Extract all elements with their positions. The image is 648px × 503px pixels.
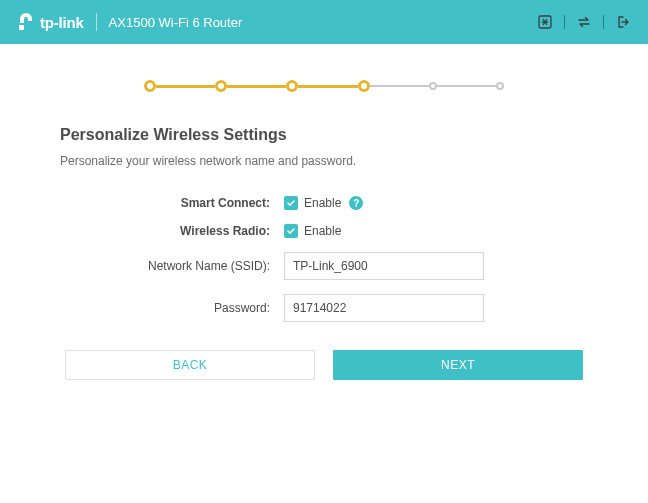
divider [603,15,604,29]
main-content: Personalize Wireless Settings Personaliz… [0,44,648,380]
step-line [156,85,215,88]
header-actions [536,13,632,31]
divider [564,15,565,29]
product-name: AX1500 Wi-Fi 6 Router [109,15,243,30]
logout-icon[interactable] [614,13,632,31]
smart-connect-checkbox[interactable] [284,196,298,210]
svg-rect-0 [19,25,24,30]
step-line [227,85,286,88]
password-input[interactable] [284,294,484,322]
password-label: Password: [74,301,284,315]
help-icon[interactable]: ? [349,196,363,210]
step-dot [496,82,504,90]
progress-stepper [144,80,504,92]
ssid-input[interactable] [284,252,484,280]
step-dot [215,80,227,92]
next-button[interactable]: NEXT [333,350,583,380]
smart-connect-label: Smart Connect: [74,196,284,210]
wireless-radio-row: Wireless Radio: Enable [74,224,588,238]
back-button[interactable]: BACK [65,350,315,380]
wireless-radio-label: Wireless Radio: [74,224,284,238]
password-row: Password: [74,294,588,322]
smart-connect-row: Smart Connect: Enable ? [74,196,588,210]
nav-buttons: BACK NEXT [60,350,588,380]
step-dot [429,82,437,90]
enable-label: Enable [304,196,341,210]
brand-logo: tp-link [16,12,84,32]
page-title: Personalize Wireless Settings [60,126,588,144]
divider [96,13,97,31]
step-line [298,85,357,88]
tplink-logo-icon [16,12,36,32]
swap-icon[interactable] [575,13,593,31]
app-header: tp-link AX1500 Wi-Fi 6 Router [0,0,648,44]
wireless-radio-checkbox[interactable] [284,224,298,238]
step-dot [144,80,156,92]
step-dot-current [358,80,370,92]
page-subtitle: Personalize your wireless network name a… [60,154,588,168]
step-dot [286,80,298,92]
step-line [370,85,429,87]
step-line [437,85,496,87]
ssid-row: Network Name (SSID): [74,252,588,280]
language-icon[interactable] [536,13,554,31]
wireless-form: Smart Connect: Enable ? Wireless Radio: … [74,196,588,322]
ssid-label: Network Name (SSID): [74,259,284,273]
brand-name: tp-link [40,14,84,31]
enable-label: Enable [304,224,341,238]
